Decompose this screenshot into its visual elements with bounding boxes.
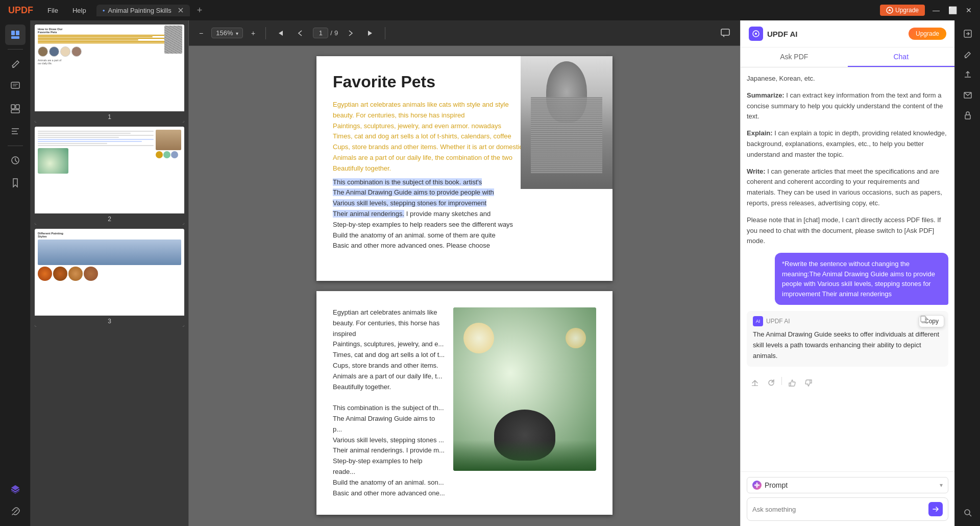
upgrade-button[interactable]: Upgrade (880, 5, 925, 16)
thumbnail-page-3[interactable]: Different PaintingStyles 3 (35, 229, 184, 327)
svg-rect-4 (16, 31, 19, 35)
prompt-icon (752, 481, 762, 490)
svg-rect-11 (16, 105, 19, 109)
thumb-num-1: 1 (35, 111, 184, 123)
comment-tool-btn[interactable] (717, 27, 734, 40)
sidebar-icon-layout[interactable] (5, 25, 26, 45)
ai-action-buttons (747, 377, 948, 391)
sidebar-icon-tools[interactable] (5, 150, 26, 171)
ai-prompt-area: Prompt ▾ (741, 471, 954, 526)
svg-line-30 (969, 514, 971, 516)
close-btn[interactable]: ✕ (962, 3, 976, 17)
minimize-btn[interactable]: — (929, 3, 943, 17)
right-icon-upload[interactable] (959, 65, 977, 84)
ai-user-message-wrapper: *Rewrite the sentence without changing t… (747, 253, 948, 305)
svg-rect-12 (11, 110, 19, 113)
toolbar-divider-1 (265, 27, 266, 39)
page-2-image (453, 307, 596, 498)
ai-upgrade-btn[interactable]: Upgrade (909, 28, 946, 40)
sidebar-icon-form[interactable] (5, 121, 26, 141)
tab-dot: ● (103, 8, 105, 13)
page-image-dog (521, 56, 612, 189)
pdf-page-1: Favorite Pets Egyptian art celebrates an… (316, 56, 612, 281)
ai-ask-input[interactable] (752, 506, 924, 513)
ai-panel-header: UPDF AI Upgrade (741, 20, 954, 47)
ai-tabs: Ask PDF Chat (741, 47, 954, 67)
maximize-btn[interactable]: ⬜ (945, 3, 960, 17)
ai-send-btn[interactable] (928, 502, 943, 516)
tab-ask-pdf[interactable]: Ask PDF (741, 47, 848, 67)
pdf-pages: Favorite Pets Egyptian art celebrates an… (189, 46, 740, 526)
prompt-label: Prompt (765, 481, 937, 489)
svg-point-21 (756, 487, 757, 488)
right-icon-search[interactable] (959, 504, 977, 522)
ai-user-bubble: *Rewrite the sentence without changing t… (775, 253, 948, 305)
thumbnail-page-1[interactable]: How to Draw OurFavorite Pets (35, 25, 184, 123)
prompt-selector[interactable]: Prompt ▾ (747, 477, 948, 493)
sidebar-icon-attachment[interactable] (5, 501, 26, 522)
svg-rect-3 (11, 31, 15, 35)
right-sidebar (954, 20, 980, 526)
ai-share-btn[interactable] (749, 377, 761, 391)
first-page-btn[interactable] (272, 27, 288, 39)
ai-panel-title: UPDF AI (767, 30, 797, 38)
titlebar-right: Upgrade — ⬜ ✕ (880, 3, 976, 17)
sidebar-icon-edit[interactable] (5, 54, 26, 74)
pdf-area: − 156% ▾ + / 9 (189, 20, 740, 526)
pdf-toolbar: − 156% ▾ + / 9 (189, 20, 740, 46)
document-tab[interactable]: ● Animal Painting Skills (96, 5, 190, 16)
ai-info-msg-4: Please note that in [chat] mode, I can't… (747, 215, 948, 247)
svg-point-16 (755, 33, 757, 35)
menu-bar: File Help (41, 5, 92, 16)
right-icon-export[interactable] (959, 25, 977, 43)
sidebar-divider-2 (8, 146, 23, 146)
copy-icon[interactable] (920, 315, 928, 323)
sidebar-divider-1 (8, 49, 23, 50)
menu-file[interactable]: File (41, 5, 64, 16)
right-icon-edit2[interactable] (959, 45, 977, 63)
ai-refresh-btn[interactable] (765, 377, 777, 391)
page-navigator: / 9 (313, 28, 338, 38)
svg-rect-10 (11, 105, 15, 109)
svg-point-29 (965, 510, 970, 515)
ai-thumbdown-btn[interactable] (802, 377, 815, 391)
pdf-page-2: Egyptian art celebrates animals like bea… (316, 291, 612, 515)
right-icon-lock[interactable] (959, 106, 977, 125)
sidebar-icon-bookmark[interactable] (5, 173, 26, 193)
next-page-btn[interactable] (342, 27, 358, 39)
svg-rect-14 (721, 29, 729, 35)
close-icon[interactable] (178, 7, 184, 13)
sidebar-icon-annotate[interactable] (5, 76, 26, 97)
zoom-level[interactable]: 156% ▾ (211, 28, 243, 38)
action-divider (781, 377, 782, 385)
svg-rect-7 (11, 82, 19, 88)
tab-chat[interactable]: Chat (848, 47, 955, 67)
tab-title: Animal Painting Skills (108, 7, 172, 14)
titlebar: UPDF File Help ● Animal Painting Skills … (0, 0, 980, 20)
zoom-in-btn[interactable]: + (247, 27, 259, 39)
ai-panel: UPDF AI Upgrade Ask PDF Chat Japanese, K… (740, 20, 954, 526)
app-logo: UPDF (4, 5, 37, 16)
ai-info-msg-1: Summarize: I can extract key information… (747, 90, 948, 122)
ai-thumbup-btn[interactable] (786, 377, 798, 391)
page-number-input[interactable] (313, 28, 328, 38)
prev-page-btn[interactable] (292, 27, 309, 39)
last-page-btn[interactable] (362, 27, 379, 39)
copy-icon-area (920, 315, 928, 325)
thumb-img-1: How to Draw OurFavorite Pets (35, 25, 184, 111)
sidebar-icon-layers[interactable] (5, 479, 26, 499)
sidebar-icon-organize[interactable] (5, 99, 26, 119)
add-tab-btn[interactable]: + (194, 5, 206, 16)
toolbar-divider-2 (385, 27, 385, 39)
toolbar-right (717, 27, 734, 40)
page-2-left: Egyptian art celebrates animals like bea… (333, 307, 445, 498)
right-icon-mail[interactable] (959, 86, 977, 104)
left-sidebar (0, 20, 31, 526)
ai-info-msg-0: Japanese, Korean, etc. (747, 74, 948, 84)
zoom-out-btn[interactable]: − (195, 27, 207, 39)
main-layout: How to Draw OurFavorite Pets (0, 20, 980, 526)
ai-logo (749, 27, 763, 41)
thumb-img-2 (35, 127, 184, 213)
menu-help[interactable]: Help (66, 5, 92, 16)
thumbnail-page-2[interactable]: 2 (35, 127, 184, 225)
